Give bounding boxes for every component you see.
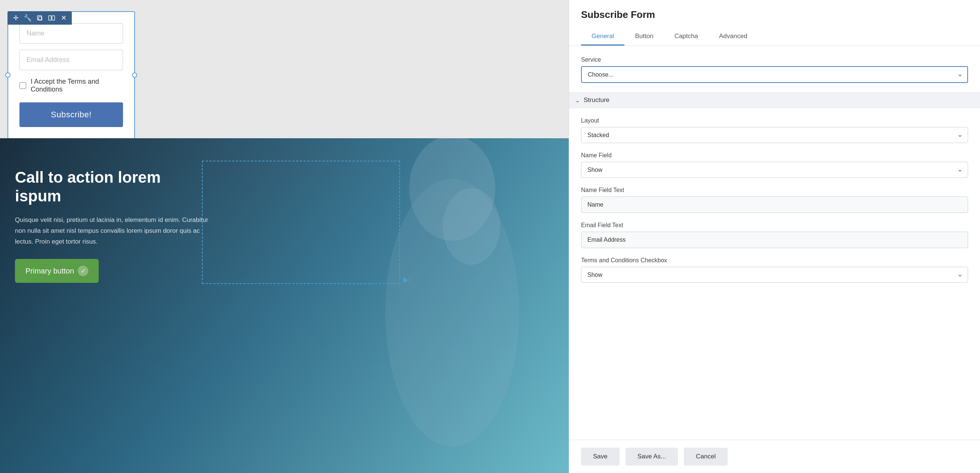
terms-label: I Accept the Terms and Conditions [31, 78, 123, 94]
terms-field-label: Terms and Conditions Checkbox [581, 257, 968, 264]
panel-tabs: General Button Captcha Advanced [581, 28, 968, 46]
name-field-select-wrapper: Show Hide [581, 162, 968, 178]
tab-captcha[interactable]: Captcha [664, 28, 708, 46]
service-field-group: Service Choose... [581, 56, 968, 83]
service-select[interactable]: Choose... [581, 66, 968, 83]
email-input[interactable] [19, 50, 123, 70]
subscribe-button[interactable]: Subscribe! [19, 102, 123, 127]
tab-general[interactable]: General [581, 28, 624, 46]
layout-select[interactable]: Stacked Inline [581, 127, 968, 143]
name-field-select[interactable]: Show Hide [581, 162, 968, 178]
section-chevron-icon: ⌄ [575, 97, 580, 104]
resize-handle-left[interactable] [5, 73, 11, 78]
structure-section-label: Structure [584, 97, 609, 104]
save-as-button[interactable]: Save As... [625, 448, 678, 465]
name-field-group: Name Field Show Hide [581, 152, 968, 178]
duplicate-icon[interactable] [35, 13, 44, 22]
email-field-text-group: Email Field Text [581, 222, 968, 248]
service-label: Service [581, 56, 968, 63]
dashed-selection-box: ▶| [202, 161, 400, 284]
terms-field-group: Terms and Conditions Checkbox Show Hide [581, 257, 968, 283]
primary-button[interactable]: Primary button ✓ [15, 259, 99, 283]
layout-label: Layout [581, 117, 968, 124]
panel-header: Subscribe Form General Button Captcha Ad… [569, 0, 980, 46]
service-select-wrapper: Choose... [581, 66, 968, 83]
subscribe-widget: ✛ 🔧 ✕ I Accept the Terms and Conditions … [8, 11, 135, 139]
columns-icon[interactable] [47, 13, 56, 22]
hero-body: Quisque velit nisi, pretium ut lacinia i… [15, 215, 209, 247]
panel-body: Service Choose... ⌄ Structure Layout Sta… [569, 46, 980, 440]
hero-title: Call to action lorem ispum [15, 168, 209, 206]
save-button[interactable]: Save [581, 448, 620, 465]
check-circle-icon: ✓ [78, 266, 88, 276]
canvas-area: ✛ 🔧 ✕ I Accept the Terms and Conditions … [0, 0, 569, 473]
panel-footer: Save Save As... Cancel [569, 440, 980, 473]
tab-advanced[interactable]: Advanced [708, 28, 758, 46]
email-field-text-input[interactable] [581, 232, 968, 248]
selection-arrow-icon: ▶| [403, 275, 410, 284]
structure-section-header[interactable]: ⌄ Structure [569, 92, 980, 108]
email-field-text-label: Email Field Text [581, 222, 968, 229]
resize-handle-right[interactable] [132, 73, 137, 78]
close-icon[interactable]: ✕ [59, 13, 68, 22]
right-panel: Subscribe Form General Button Captcha Ad… [569, 0, 980, 473]
svg-rect-0 [37, 16, 41, 20]
name-field-label: Name Field [581, 152, 968, 159]
name-field-text-label: Name Field Text [581, 187, 968, 194]
tab-button[interactable]: Button [624, 28, 664, 46]
wrench-icon[interactable]: 🔧 [23, 13, 32, 22]
hero-section: Call to action lorem ispum Quisque velit… [0, 138, 569, 473]
name-field-text-group: Name Field Text [581, 187, 968, 213]
layout-field-group: Layout Stacked Inline [581, 117, 968, 143]
svg-rect-2 [49, 16, 51, 20]
widget-toolbar: ✛ 🔧 ✕ [8, 11, 72, 25]
terms-select[interactable]: Show Hide [581, 267, 968, 283]
svg-point-6 [443, 188, 500, 265]
layout-select-wrapper: Stacked Inline [581, 127, 968, 143]
terms-select-wrapper: Show Hide [581, 267, 968, 283]
name-field-text-input[interactable] [581, 197, 968, 213]
name-input[interactable] [19, 23, 123, 44]
terms-row: I Accept the Terms and Conditions [19, 76, 123, 95]
svg-rect-3 [52, 16, 54, 20]
terms-checkbox[interactable] [19, 82, 26, 89]
move-icon[interactable]: ✛ [11, 13, 20, 22]
panel-title: Subscribe Form [581, 9, 968, 21]
cancel-button[interactable]: Cancel [684, 448, 728, 465]
hero-content: Call to action lorem ispum Quisque velit… [15, 168, 209, 283]
primary-button-label: Primary button [25, 267, 74, 275]
